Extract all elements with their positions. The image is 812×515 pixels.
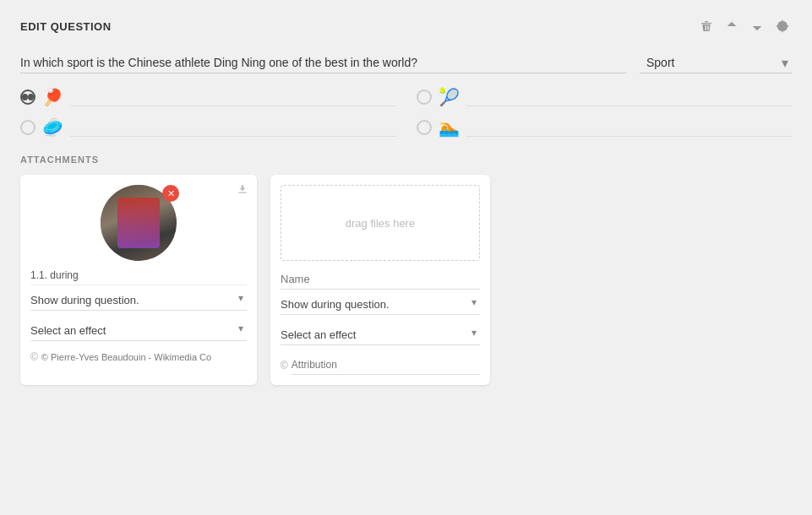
category-wrapper: Sport	[640, 52, 792, 73]
new-effect-select[interactable]: Select an effect Fade Slide Zoom	[281, 325, 480, 345]
move-down-icon[interactable]	[748, 17, 766, 35]
new-effect-select-wrapper: Select an effect Fade Slide Zoom	[281, 325, 480, 350]
copyright-icon: ©	[30, 351, 38, 363]
question-row: Sport	[20, 52, 792, 73]
answer-emoji-4: 🏊	[439, 117, 460, 138]
new-show-during-select[interactable]: Show during question. Show before questi…	[281, 295, 480, 315]
effect-select-wrapper: Select an effect Fade Slide Zoom	[30, 321, 247, 346]
answers-grid: 🏓 🎾 🥏 🏊	[20, 87, 792, 138]
category-select[interactable]: Sport	[640, 52, 792, 73]
new-attribution-row: ©	[281, 355, 480, 375]
new-attribution-input[interactable]	[292, 355, 480, 375]
page-title: EDIT QUESTION	[20, 20, 112, 33]
move-up-icon[interactable]	[722, 17, 741, 35]
attachments-grid: ✕ 1.1. during Show during question. Show…	[20, 175, 792, 385]
new-show-during-wrapper: Show during question. Show before questi…	[281, 295, 480, 320]
new-attachment-card: drag files here Show during question. Sh…	[270, 175, 490, 385]
answer-radio-4[interactable]	[417, 120, 432, 135]
attribution-row: © © Pierre-Yves Beaudouin - Wikimedia Co	[30, 351, 247, 363]
attachment-name-input[interactable]	[281, 269, 480, 290]
close-image-button[interactable]: ✕	[162, 185, 179, 202]
answer-input-3[interactable]	[70, 119, 396, 137]
answer-row: 🥏	[20, 117, 396, 138]
show-during-select[interactable]: Show during question. Show before questi…	[30, 290, 247, 311]
header-actions	[697, 17, 792, 35]
trash-icon[interactable]	[697, 17, 716, 35]
answer-emoji-1: 🏓	[42, 87, 63, 107]
answer-row: 🎾	[417, 87, 793, 107]
attachments-label: ATTACHMENTS	[20, 154, 792, 165]
answer-row: 🏊	[417, 117, 793, 138]
answer-input-4[interactable]	[466, 119, 793, 137]
existing-attachment-card: ✕ 1.1. during Show during question. Show…	[20, 175, 257, 385]
edit-question-header: EDIT QUESTION	[20, 17, 792, 35]
new-copyright-icon: ©	[281, 360, 288, 371]
show-during-wrapper: Show during question. Show before questi…	[30, 290, 247, 316]
gear-icon[interactable]	[773, 17, 792, 35]
answer-row: 🏓	[20, 87, 396, 107]
answer-emoji-3: 🥏	[42, 117, 63, 138]
image-preview: ✕	[30, 185, 247, 261]
effect-select[interactable]: Select an effect Fade Slide Zoom	[30, 321, 247, 341]
answer-radio-3[interactable]	[20, 120, 35, 135]
answer-radio-1[interactable]	[20, 89, 35, 105]
attachment-label: 1.1. during	[30, 269, 247, 285]
question-text-input[interactable]	[20, 52, 626, 73]
answer-emoji-2: 🎾	[439, 87, 460, 107]
attribution-text: © Pierre-Yves Beaudouin - Wikimedia Co	[41, 352, 211, 362]
answer-input-2[interactable]	[466, 89, 793, 106]
attachments-section: ATTACHMENTS ✕ 1.1. during	[20, 154, 792, 385]
drag-drop-label: drag files here	[346, 217, 415, 230]
answer-input-1[interactable]	[70, 89, 396, 106]
answer-radio-2[interactable]	[417, 89, 432, 105]
drag-drop-area[interactable]: drag files here	[281, 185, 480, 261]
